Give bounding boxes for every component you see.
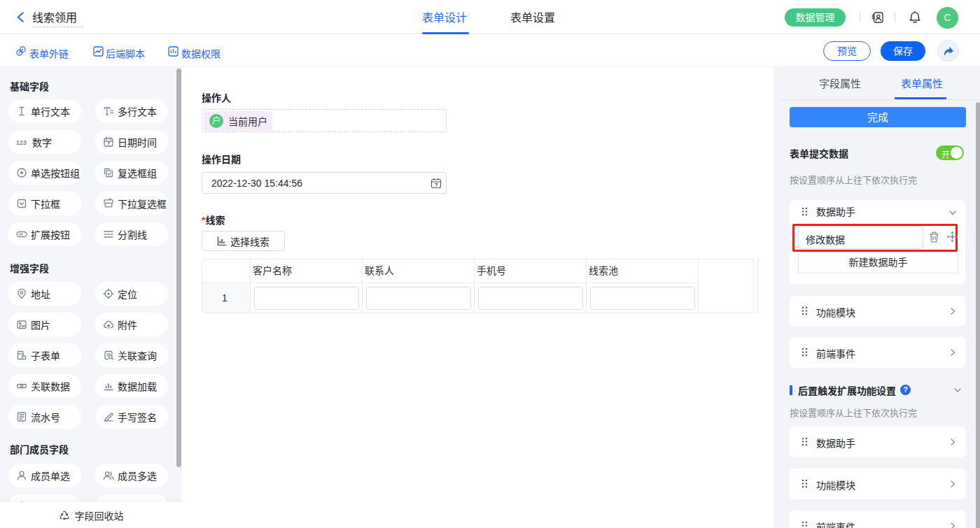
- svg-text:123: 123: [16, 139, 27, 146]
